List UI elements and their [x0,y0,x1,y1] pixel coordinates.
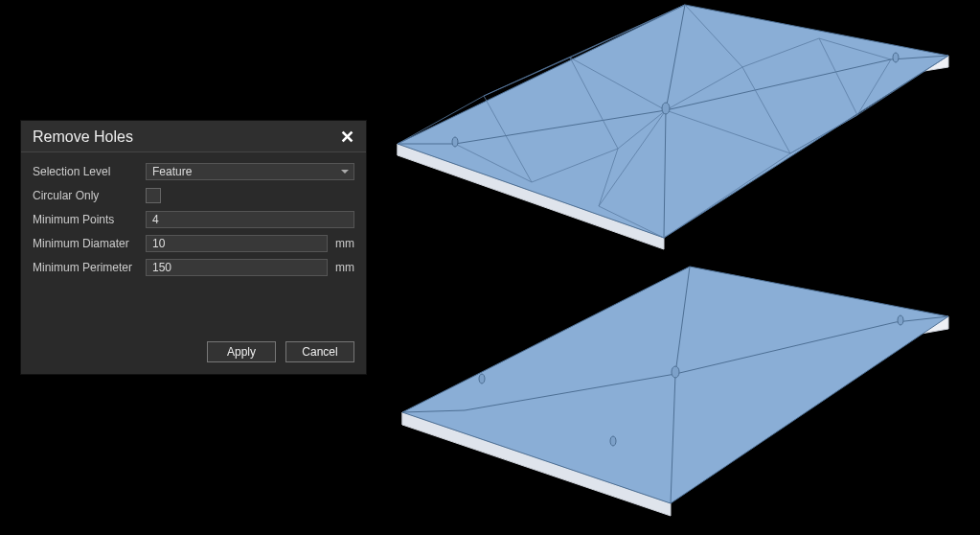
label-minimum-points: Minimum Points [33,213,146,226]
dialog-footer: Apply Cancel [21,293,366,374]
svg-marker-1 [398,144,664,249]
svg-line-15 [570,58,666,110]
select-selection-level[interactable]: Feature [146,163,354,180]
svg-line-13 [570,58,618,149]
label-selection-level: Selection Level [33,165,146,178]
svg-line-3 [455,110,666,144]
input-minimum-points-value: 4 [152,213,159,226]
input-minimum-points[interactable]: 4 [146,211,354,228]
svg-line-21 [685,5,742,67]
svg-line-19 [599,149,618,206]
svg-point-34 [662,103,670,114]
svg-marker-38 [402,412,671,516]
svg-line-29 [857,59,891,115]
svg-marker-39 [402,267,948,503]
roof-model-after [378,259,963,527]
svg-line-45 [675,267,690,374]
svg-line-28 [790,115,857,153]
svg-line-16 [618,110,666,149]
svg-line-24 [666,110,790,153]
svg-point-49 [898,315,903,325]
svg-line-7 [664,110,666,238]
row-minimum-points: Minimum Points 4 [33,210,354,229]
input-minimum-diameter-value: 10 [152,237,165,250]
label-minimum-diameter: Minimum Diamater [33,237,146,250]
svg-line-10 [484,96,532,182]
row-circular-only: Circular Only [33,186,354,205]
svg-line-44 [671,374,675,503]
svg-line-33 [570,5,685,58]
svg-line-30 [857,56,948,115]
dialog-header: Remove Holes ✕ [21,121,366,152]
svg-line-20 [666,67,742,110]
svg-line-31 [790,115,857,153]
select-selection-level-value: Feature [152,165,192,178]
svg-point-46 [672,366,679,378]
input-minimum-perimeter[interactable]: 150 [146,259,328,276]
svg-line-14 [532,149,618,182]
input-minimum-perimeter-value: 150 [152,261,171,274]
svg-line-27 [819,38,857,115]
svg-line-8 [666,5,685,110]
svg-line-4 [666,59,891,110]
svg-marker-0 [398,56,948,155]
svg-point-48 [610,436,616,446]
row-minimum-diameter: Minimum Diamater 10 mm [33,234,354,253]
roof-model-before [378,0,963,259]
unit-minimum-diameter: mm [328,237,354,250]
svg-line-17 [599,110,666,206]
unit-minimum-perimeter: mm [328,261,354,274]
svg-point-36 [452,137,458,147]
svg-marker-37 [402,316,948,425]
svg-line-40 [465,374,675,410]
svg-line-9 [398,96,484,144]
row-selection-level: Selection Level Feature [33,162,354,181]
svg-line-26 [819,38,891,59]
svg-line-25 [742,38,819,67]
remove-holes-dialog: Remove Holes ✕ Selection Level Feature C… [20,120,367,375]
label-circular-only: Circular Only [33,189,146,202]
svg-marker-2 [398,5,948,238]
svg-point-47 [479,374,485,384]
svg-point-35 [893,53,899,62]
svg-line-41 [675,322,896,374]
svg-line-12 [484,58,570,96]
cancel-button[interactable]: Cancel [285,341,354,362]
label-minimum-perimeter: Minimum Perimeter [33,261,146,274]
svg-line-23 [664,153,790,238]
svg-line-42 [402,410,465,412]
svg-line-6 [891,56,948,59]
row-minimum-perimeter: Minimum Perimeter 150 mm [33,258,354,277]
input-minimum-diameter[interactable]: 10 [146,235,328,252]
svg-line-11 [455,144,532,182]
svg-line-22 [742,67,790,153]
svg-line-32 [484,5,685,96]
dialog-body: Selection Level Feature Circular Only Mi… [21,152,366,293]
close-icon[interactable]: ✕ [337,128,356,146]
checkbox-circular-only[interactable] [146,188,161,203]
apply-button[interactable]: Apply [207,341,276,362]
svg-line-18 [599,206,664,238]
dialog-title: Remove Holes [33,128,133,146]
svg-line-43 [896,316,948,322]
